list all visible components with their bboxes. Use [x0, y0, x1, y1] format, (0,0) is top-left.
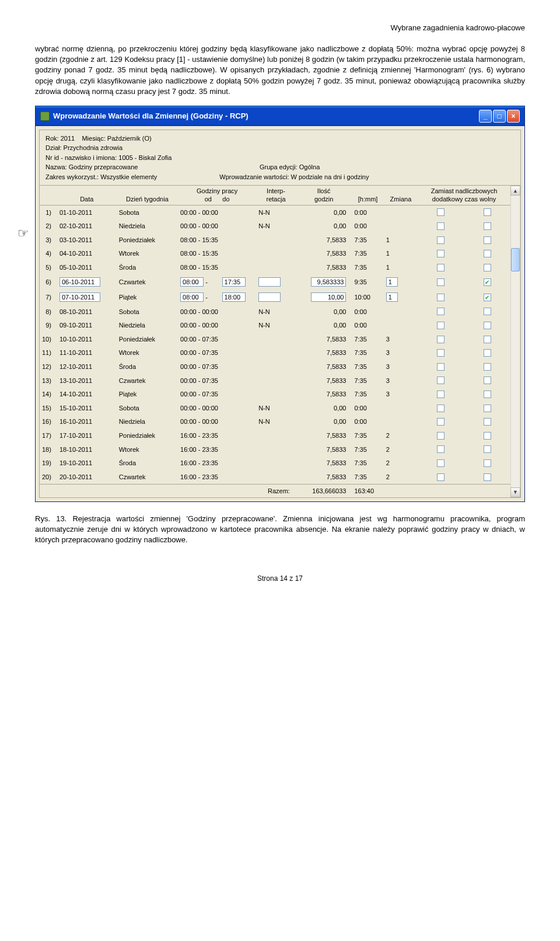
checkbox-nadl[interactable] [437, 322, 444, 329]
zm-input[interactable] [386, 292, 398, 302]
nrid-value: 1005 - Biskal Zofia [118, 153, 172, 163]
checkbox-czaswolny-cell [464, 260, 510, 274]
zm-input[interactable] [386, 277, 398, 287]
col-hmm: [h:mm] [352, 186, 383, 205]
checkbox-czaswolny[interactable] [484, 264, 491, 271]
wprow-label: Wprowadzanie wartości: [219, 172, 290, 182]
checkbox-nadl[interactable] [437, 250, 444, 257]
cell-interp [256, 290, 296, 305]
checkbox-nadl[interactable] [437, 418, 444, 426]
info-panel: Rok: 2011 Miesiąc: Październik (O) Dział… [40, 130, 520, 184]
do-input[interactable] [222, 277, 246, 287]
checkbox-czaswolny[interactable] [484, 308, 491, 315]
checkbox-czaswolny[interactable] [484, 322, 491, 329]
cell-interp [256, 456, 296, 470]
checkbox-nadl[interactable] [437, 445, 444, 453]
footer-total-hm: 163:40 [352, 484, 383, 497]
do-input[interactable] [222, 292, 246, 302]
checkbox-nadl[interactable] [437, 391, 444, 398]
checkbox-nadl-cell [418, 290, 464, 305]
date-input[interactable] [60, 277, 100, 287]
checkbox-nadl[interactable] [437, 208, 444, 216]
checkbox-nadl[interactable] [437, 363, 444, 371]
checkbox-nadl-cell [418, 401, 464, 415]
table-row: 6)Czwartek - 9:35✔ [40, 274, 510, 290]
checkbox-nadl[interactable] [437, 336, 444, 343]
dzial-value: Przychodnia zdrowia [64, 143, 123, 153]
checkbox-nadl[interactable] [437, 405, 444, 412]
g-input[interactable] [311, 277, 346, 287]
checkbox-nadl[interactable] [437, 432, 444, 440]
cell-g: 7,5833 [296, 456, 352, 470]
row-num: 12) [40, 360, 57, 374]
scrollbar[interactable]: ▲ ▼ [510, 186, 520, 497]
checkbox-nadl[interactable] [437, 308, 444, 315]
cell-date: 03-10-2011 [57, 233, 117, 247]
cell-date: 20-10-2011 [57, 470, 117, 484]
checkbox-czaswolny[interactable]: ✔ [484, 294, 491, 301]
checkbox-nadl[interactable] [437, 236, 444, 244]
checkbox-czaswolny[interactable] [484, 405, 491, 412]
date-input[interactable] [60, 292, 100, 302]
cell-date: 10-10-2011 [57, 332, 117, 346]
cell-date: 11-10-2011 [57, 346, 117, 360]
checkbox-czaswolny[interactable] [484, 391, 491, 398]
checkbox-czaswolny[interactable] [484, 349, 491, 357]
row-num: 10) [40, 332, 57, 346]
scroll-down-icon[interactable]: ▼ [510, 487, 520, 497]
checkbox-czaswolny[interactable] [484, 418, 491, 426]
checkbox-czaswolny[interactable] [484, 363, 491, 371]
close-button[interactable]: × [507, 110, 520, 123]
checkbox-nadl[interactable] [437, 294, 444, 301]
checkbox-czaswolny[interactable] [484, 236, 491, 244]
cell-zm: 1 [384, 260, 418, 274]
cell-zm [384, 305, 418, 319]
checkbox-czaswolny[interactable] [484, 432, 491, 440]
table-row: 12)12-10-2011Środa00:00 - 07:357,58337:3… [40, 360, 510, 374]
checkbox-czaswolny[interactable] [484, 208, 491, 216]
checkbox-nadl-cell [418, 442, 464, 456]
checkbox-czaswolny[interactable] [484, 336, 491, 343]
checkbox-nadl[interactable] [437, 264, 444, 271]
cell-interp: N-N [256, 401, 296, 415]
checkbox-nadl[interactable] [437, 459, 444, 467]
cell-zm: 2 [384, 442, 418, 456]
row-num: 15) [40, 401, 57, 415]
checkbox-nadl[interactable] [437, 278, 444, 286]
checkbox-czaswolny[interactable] [484, 445, 491, 453]
checkbox-czaswolny[interactable]: ✔ [484, 278, 491, 286]
g-input[interactable] [311, 292, 346, 302]
od-input[interactable] [180, 292, 204, 302]
checkbox-nadl-cell [418, 415, 464, 429]
checkbox-czaswolny-cell [464, 332, 510, 346]
interp-input[interactable] [258, 292, 281, 302]
checkbox-czaswolny[interactable] [484, 473, 491, 481]
cell-interp [256, 470, 296, 484]
scroll-up-icon[interactable]: ▲ [510, 186, 520, 196]
cell-g: 7,5833 [296, 470, 352, 484]
table-row: 7)Piątek - 10:00✔ [40, 290, 510, 305]
wprow-value: W podziale na dni i godziny [291, 172, 369, 182]
cell-day: Niedziela [117, 415, 178, 429]
minimize-button[interactable]: _ [479, 110, 492, 123]
cell-hm: 0:00 [352, 401, 383, 415]
checkbox-nadl[interactable] [437, 349, 444, 357]
row-num: 13) [40, 374, 57, 388]
cell-g: 0,00 [296, 305, 352, 319]
scroll-thumb[interactable] [511, 248, 520, 271]
checkbox-czaswolny[interactable] [484, 459, 491, 467]
checkbox-czaswolny[interactable] [484, 377, 491, 384]
checkbox-czaswolny[interactable] [484, 250, 491, 257]
od-input[interactable] [180, 277, 204, 287]
checkbox-czaswolny-cell [464, 247, 510, 261]
maximize-button[interactable]: □ [493, 110, 506, 123]
cell-interp: N-N [256, 219, 296, 233]
checkbox-nadl[interactable] [437, 222, 444, 230]
checkbox-czaswolny[interactable] [484, 222, 491, 230]
cell-day: Poniedziałek [117, 428, 178, 442]
interp-input[interactable] [258, 277, 281, 287]
checkbox-nadl[interactable] [437, 377, 444, 384]
checkbox-nadl[interactable] [437, 473, 444, 481]
cell-hours: 00:00 - 07:35 [178, 346, 256, 360]
row-num: 7) [40, 290, 57, 305]
